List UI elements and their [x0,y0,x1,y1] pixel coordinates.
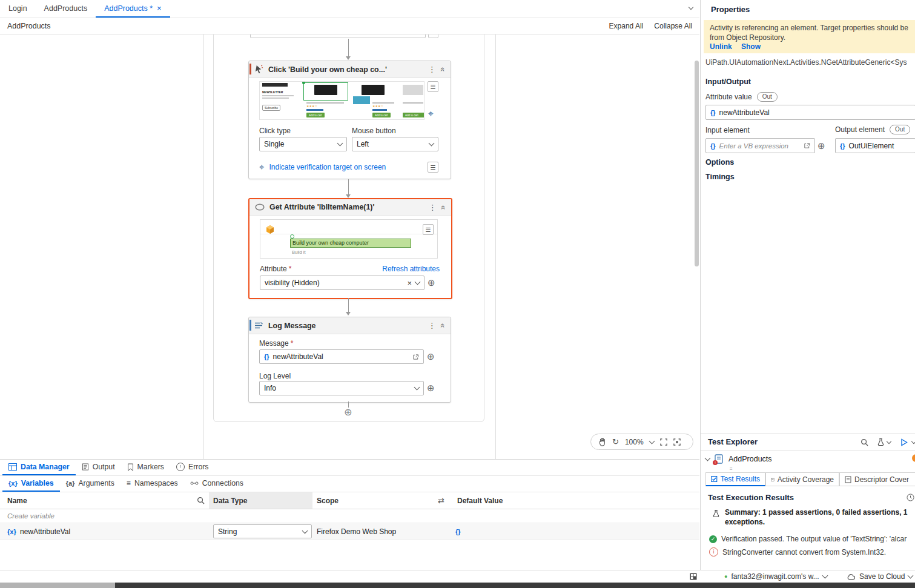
tab-errors[interactable]: ! Errors [170,460,214,475]
activity-get-attribute-header[interactable]: Get Attribute 'lblItemName(1)' ⋮ « [249,199,451,216]
click-type-dropdown[interactable]: Single [259,137,347,151]
subtab-connections[interactable]: Connections [184,476,249,492]
attribute-value-field[interactable]: {} newAttributeVal [705,105,915,120]
activity-log-message[interactable]: Log Message ⋮ « Message* {} newAttribute… [248,317,451,403]
plus-button[interactable]: ⊕ [427,383,435,392]
burger-menu-icon[interactable]: ☰ [428,162,438,173]
subtab-arguments[interactable]: {a} Arguments [60,476,121,492]
connections-icon [190,480,199,486]
mouse-button-dropdown[interactable]: Left [352,137,438,151]
input-element-label: Input element [705,126,750,134]
kebab-menu-icon[interactable]: ⋮ [429,203,437,211]
chevron-down-icon[interactable] [649,438,655,444]
collapse-chevron-icon[interactable]: « [439,67,447,71]
tree-expander-icon[interactable] [705,455,711,461]
variable-default-cell[interactable]: {} [455,528,461,535]
burger-menu-icon[interactable]: ☰ [423,224,434,235]
collapse-chevron-icon[interactable]: « [440,205,448,209]
search-icon[interactable] [197,497,205,504]
activity-get-attribute[interactable]: Get Attribute 'lblItemName(1)' ⋮ « Build… [248,198,452,299]
tab-addproducts[interactable]: AddProducts [36,0,96,18]
tab-descriptor-coverage[interactable]: Descriptor Cover [839,472,915,486]
canvas-scrollbar[interactable] [695,61,699,266]
activity-click[interactable]: Click 'Build your own cheap co...' ⋮ « N… [248,61,451,179]
focus-selection-icon[interactable] [673,438,681,446]
section-options[interactable]: Options [705,158,734,167]
chevron-down-icon[interactable] [415,279,421,285]
tab-output[interactable]: Output [76,460,121,475]
variable-row[interactable]: {x} newAttributeVal String Firefox Demo … [0,523,699,540]
message-input[interactable]: {} newAttributeVal [259,349,424,364]
tab-test-results[interactable]: Test Results [705,472,765,486]
workflow-canvas[interactable]: Click 'Build your own cheap co...' ⋮ « N… [0,35,699,459]
swap-icon[interactable]: ⇄ [438,496,444,505]
indicate-target-icon[interactable]: ⌖ [428,108,434,119]
unlink-link[interactable]: Unlink [710,42,732,51]
create-variable-row[interactable]: Create variable [0,509,699,523]
tab-overflow-chevron-icon[interactable] [689,5,693,10]
reset-zoom-icon[interactable]: ↻ [612,437,619,446]
plus-button[interactable]: ⊕ [427,352,435,361]
run-tests-icon[interactable] [900,438,908,446]
kebab-menu-icon[interactable]: ⋮ [428,65,436,73]
clear-icon[interactable]: × [407,279,412,288]
arguments-icon: {a} [66,480,75,487]
test-error-row: i StringConverter cannot convert from Sy… [709,547,915,557]
section-input-output[interactable]: Input/Output [705,78,751,86]
clock-icon[interactable] [907,494,914,501]
thumb-card: ★★★☆ Add to cart [352,82,398,120]
kebab-menu-icon[interactable]: ⋮ [428,322,436,329]
variable-scope-cell[interactable]: Firefox Demo Web Shop [317,527,396,536]
tab-addproducts-dirty[interactable]: AddProducts * × [96,0,170,18]
tab-markers[interactable]: Markers [121,460,170,475]
search-icon[interactable] [860,438,868,446]
output-element-field[interactable]: {} OutUiElement [835,138,915,153]
open-expression-editor-icon[interactable] [804,142,810,149]
save-to-cloud-button[interactable]: Save to Cloud [847,570,913,583]
close-icon[interactable]: × [157,4,162,13]
open-expression-editor-icon[interactable] [412,354,419,360]
object-repository-notice: Activity is referencing an element. Targ… [704,20,915,53]
tab-login[interactable]: Login [0,0,36,18]
chevron-down-icon[interactable] [414,385,420,391]
collapse-all-button[interactable]: Collapse All [654,22,692,30]
collapse-chevron-icon[interactable]: « [439,323,447,328]
breadcrumb[interactable]: AddProducts [7,22,51,30]
zoom-level[interactable]: 100% [625,438,644,446]
scope-column-header: Scope [317,497,339,505]
section-timings[interactable]: Timings [705,173,735,181]
output-icon [82,463,89,471]
tab-data-manager[interactable]: Data Manager [2,460,76,475]
pan-hand-icon[interactable] [598,438,606,446]
plus-button[interactable]: ⊕ [428,278,435,287]
subtab-namespaces[interactable]: ≡ Namespaces [121,476,184,492]
fit-to-screen-icon[interactable] [660,438,667,446]
tab-activity-coverage[interactable]: Activity Coverage [765,472,839,486]
refresh-attributes-link[interactable]: Refresh attributes [382,265,440,273]
variable-type-dropdown[interactable]: String [213,524,312,538]
layout-grid-icon[interactable] [690,573,697,580]
subtab-variables[interactable]: {x} Variables [2,476,60,492]
tab-addproducts-dirty-label: AddProducts * [104,4,153,13]
output-element-label-row: Output element Out [835,125,910,134]
indicate-verification-link[interactable]: Indicate verification target on screen [269,163,386,171]
account-selector[interactable]: ● fanta32@inwagit.com's w... [724,570,827,583]
thumb-line [306,102,344,104]
test-tree-row[interactable]: ! AddProducts [705,452,915,466]
input-element-field[interactable]: {} Enter a VB expression [705,138,815,153]
chevron-down-icon[interactable] [887,439,891,444]
plus-button[interactable]: ⊕ [818,141,825,150]
variable-name-cell[interactable]: newAttributeVal [20,527,70,536]
expand-all-button[interactable]: Expand All [609,22,644,30]
chevron-down-icon[interactable] [911,439,915,444]
log-level-dropdown[interactable]: Info [259,381,424,395]
add-activity-button[interactable]: ⊕ [344,406,352,418]
show-link[interactable]: Show [741,42,761,51]
thumb-line [372,102,394,104]
activity-click-header[interactable]: Click 'Build your own cheap co...' ⋮ « [249,61,451,78]
filter-tests-icon[interactable] [877,438,884,446]
attribute-dropdown[interactable]: visibility (Hidden) × [260,276,424,290]
burger-menu-icon[interactable]: ☰ [428,81,438,92]
activity-log-header[interactable]: Log Message ⋮ « [249,317,451,334]
indicate-target-icon[interactable]: ⌖ [259,162,264,173]
